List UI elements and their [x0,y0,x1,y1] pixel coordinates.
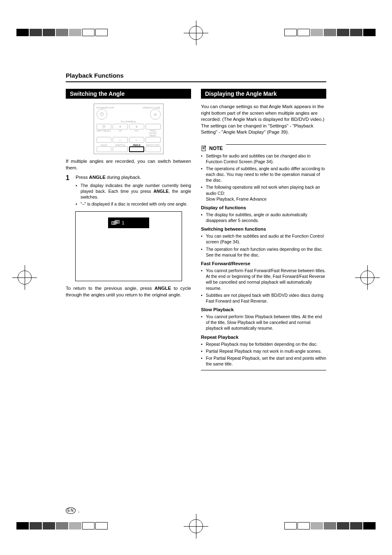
registration-mark-left [12,265,37,290]
remote-btn [145,137,161,143]
bullet: You cannot perform Slow Playback between… [201,314,326,331]
registration-mark-center [184,21,208,45]
remote-btn [145,124,161,130]
crop-marks-top [0,16,392,45]
remote-label: INPUT SELECT [97,130,112,137]
svg-point-9 [116,221,118,223]
note-rule [226,144,326,145]
eject-icon [150,109,161,120]
remote-btn [97,146,112,152]
step-1: 1 Press ANGLE during playback. The displ… [66,174,191,208]
bullet: The operations of subtitles, angle and a… [201,166,326,183]
step-text: Press [76,175,89,180]
display-number: 1 [122,220,125,225]
remote-btn: – [129,137,144,143]
bullet: Subtitles are not played back with BD/DV… [201,292,326,304]
end-rule [201,370,326,370]
subhead-display-functions: Display of functions [201,205,326,210]
remote-label-tv: TV CONTROL [97,120,161,123]
color-swatches-bottom-right [284,522,376,530]
step-text: during playback. [106,175,141,180]
power-icon [97,109,107,120]
subhead-switching-functions: Switching between functions [201,227,326,231]
bullet: For Partial Repeat Playback, set the sta… [201,355,326,367]
remote-label-openclose: OPEN/CLOSE [142,106,160,109]
color-swatches-left [16,29,108,36]
svg-point-7 [113,222,115,224]
bullet: You cannot perform Fast Forward/Fast Rev… [201,268,326,291]
remote-btn [97,124,112,130]
intro-text: If multiple angles are recorded, you can… [66,158,191,171]
note-bullets: Settings for audio and subtitles can be … [201,153,326,202]
footer-lang-badge: EN [66,507,76,514]
step-text-bold: ANGLE [89,175,106,180]
angle-mark-icon [111,220,119,226]
page-content: Playback Functions Switching the Angle S… [66,72,326,493]
svg-marker-2 [154,113,157,115]
subhead-repeat: Repeat Playback [201,335,326,340]
left-column: Switching the Angle STANDBY/ON OPEN/CLOS… [66,89,191,370]
remote-btn: + [129,124,144,130]
remote-label: VIDEO OUTPUT RESET [145,130,161,137]
bullet: You can switch the subtitles and audio a… [201,233,326,245]
remote-illustration: STANDBY/ON OPEN/CLOSE TV CONTROL + + [94,104,164,154]
bullet: The following operations will not work w… [201,184,326,202]
remote-btn [113,146,128,152]
section-bar-switching-angle: Switching the Angle [66,89,191,99]
bullet: Settings for audio and subtitles can be … [201,153,326,164]
section-bar-angle-mark: Displaying the Angle Mark [201,89,326,99]
remote-label: VOL [129,130,144,137]
remote-btn-angle [129,146,144,152]
page-title: Playback Functions [66,72,326,79]
title-rule [66,81,326,82]
registration-mark-right [355,265,380,290]
remote-btn: + [113,124,128,130]
remote-label-standby: STANDBY/ON [97,106,115,109]
remote-btn [145,146,161,152]
color-swatches-bottom-left [16,522,108,530]
subhead-slow: Slow Playback [201,307,326,312]
angle-mark-paragraph: You can change settings so that Angle Ma… [201,104,326,136]
bullet: The display for subtitles, angle or audi… [201,212,326,223]
bullet: The operation for each function varies d… [201,246,326,258]
bullet: "–" is displayed if a disc is recorded w… [76,201,191,207]
right-column: Displaying the Angle Mark You can change… [201,89,326,370]
bullet: Partial Repeat Playback may not work in … [201,348,326,354]
remote-btn [97,137,112,143]
remote-btn: – [113,137,128,143]
footer-dash: - [78,509,79,514]
bullet: Repeat Playback may be forbidden dependi… [201,341,326,347]
subhead-ff: Fast Forward/Reverse [201,261,326,266]
step-number: 1 [66,174,71,208]
registration-mark-bottom [184,514,208,539]
remote-label: CH [113,130,128,137]
note-label: NOTE [209,146,223,151]
display-overlay: 1 [108,217,149,228]
note-icon [201,146,207,151]
display-example: 1 [75,211,182,281]
crop-marks-bottom [0,510,392,539]
bullet: The display indicates the angle number c… [76,183,191,200]
outro-text: To return to the previous angle, press A… [66,285,191,298]
note-header-row: NOTE [201,139,326,151]
color-swatches-right [284,29,376,36]
